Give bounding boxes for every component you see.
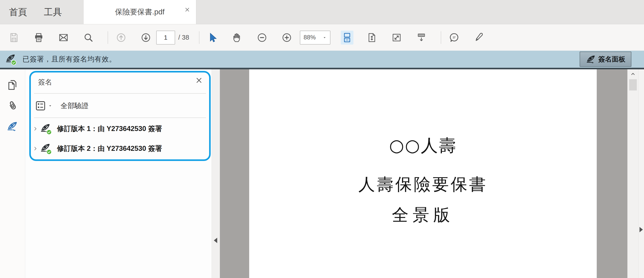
document-title-line3: 全景版 xyxy=(249,204,597,226)
scrolling-mode-button[interactable] xyxy=(341,30,354,44)
signature-valid-icon xyxy=(5,53,18,66)
zoom-in-button[interactable] xyxy=(280,30,293,44)
document-tab-title: 保險要保書.pdf xyxy=(115,7,164,17)
page-thumbnails-button[interactable] xyxy=(6,79,18,91)
comment-button[interactable] xyxy=(448,30,460,44)
arrow-down-circle-icon xyxy=(140,32,151,43)
find-button[interactable] xyxy=(82,30,94,44)
signature-valid-icon xyxy=(40,142,52,155)
signature-row-2[interactable]: 修訂版本 2：由 Y273642530 簽署 xyxy=(33,141,162,156)
chevron-up-icon xyxy=(630,71,636,77)
expand-chevron-icon[interactable] xyxy=(33,126,38,132)
attachments-button[interactable] xyxy=(6,99,18,112)
close-document-tab-icon[interactable] xyxy=(184,7,190,12)
divider xyxy=(0,68,644,69)
close-panel-icon[interactable] xyxy=(195,76,203,84)
pdf-page[interactable]: ○○人壽 人壽保險要保書 全景版 xyxy=(249,69,597,278)
panel-splitter[interactable] xyxy=(212,69,220,278)
collapse-panel-arrow-icon[interactable] xyxy=(214,238,217,243)
toolbar-separator xyxy=(441,31,441,44)
comment-bubble-icon xyxy=(449,32,460,43)
quill-icon xyxy=(586,54,596,64)
divider xyxy=(34,93,206,94)
fill-sign-button[interactable] xyxy=(473,30,485,44)
minus-circle-icon xyxy=(256,32,268,43)
pages-icon xyxy=(6,79,18,91)
acrobat-window: 首頁 工具 保險要保書.pdf 1 / 38 88% xyxy=(0,0,644,278)
validate-all-label[interactable]: 全部驗證 xyxy=(60,101,88,110)
page-scrolling-icon xyxy=(342,32,352,43)
zoom-out-button[interactable] xyxy=(256,30,268,44)
scroll-up-button[interactable] xyxy=(628,69,638,78)
signature-status-text: 已簽署，且所有簽名均有效。 xyxy=(22,54,116,64)
tab-home[interactable]: 首頁 xyxy=(7,0,29,24)
toolbar-separator xyxy=(199,31,200,44)
document-title-line1: ○○人壽 xyxy=(249,134,597,157)
print-button[interactable] xyxy=(32,30,45,44)
select-tool-button[interactable] xyxy=(206,30,219,44)
pencil-icon xyxy=(474,32,484,43)
signature-valid-icon xyxy=(40,122,52,135)
green-check-badge-icon xyxy=(11,60,17,66)
main-toolbar: 1 / 38 88% xyxy=(0,24,644,51)
validate-all-row[interactable]: 全部驗證 xyxy=(34,98,88,113)
toolbar-separator xyxy=(108,31,108,44)
fit-page-icon xyxy=(366,32,377,43)
tab-tools[interactable]: 工具 xyxy=(42,0,64,24)
signature-quill-icon xyxy=(6,120,18,132)
expand-chevron-icon[interactable] xyxy=(33,146,38,151)
signature-status-bar: 已簽署，且所有簽名均有效。 簽名面板 xyxy=(0,51,644,68)
scrollbar-thumb[interactable] xyxy=(629,79,637,90)
tools-pane-strip[interactable] xyxy=(638,69,644,278)
vertical-scrollbar[interactable] xyxy=(627,69,638,278)
chevron-down-icon xyxy=(322,35,327,40)
page-number-input[interactable]: 1 xyxy=(156,30,175,44)
plus-circle-icon xyxy=(281,32,292,43)
tab-document[interactable]: 保險要保書.pdf xyxy=(83,0,196,24)
document-title-line2: 人壽保險要保書 xyxy=(249,173,597,196)
select-arrow-icon xyxy=(207,32,218,43)
expand-tools-arrow-icon[interactable] xyxy=(640,227,643,232)
divider xyxy=(34,118,206,118)
chevron-down-icon[interactable] xyxy=(48,104,52,108)
hand-tool-button[interactable] xyxy=(231,30,244,44)
zoom-level-select[interactable]: 88% xyxy=(300,30,330,44)
save-button[interactable] xyxy=(8,30,20,44)
next-page-button[interactable] xyxy=(140,30,152,44)
green-check-badge-icon xyxy=(46,149,52,155)
email-icon xyxy=(58,32,69,43)
document-viewport[interactable]: ○○人壽 人壽保險要保書 全景版 xyxy=(220,69,627,278)
green-check-badge-icon xyxy=(46,129,52,135)
navigation-pane-strip xyxy=(0,69,25,278)
fit-width-button[interactable] xyxy=(390,30,403,44)
fit-width-icon xyxy=(391,32,402,43)
main-area: 簽名 全部驗證 修訂版本 1：由 Y273642530 簽署 xyxy=(0,69,644,278)
hand-icon xyxy=(232,32,243,43)
signatures-pane-button[interactable] xyxy=(6,120,18,132)
search-icon xyxy=(83,32,94,43)
panel-title: 簽名 xyxy=(38,78,52,87)
signature-panel-button[interactable]: 簽名面板 xyxy=(580,52,632,67)
reading-mode-icon xyxy=(416,32,427,43)
fit-one-page-button[interactable] xyxy=(366,30,378,44)
signature-row-1[interactable]: 修訂版本 1：由 Y273642530 簽署 xyxy=(33,122,162,136)
page-count-label: / 38 xyxy=(178,34,189,41)
app-tab-bar: 首頁 工具 保險要保書.pdf xyxy=(0,0,644,24)
options-list-icon[interactable] xyxy=(34,100,46,112)
previous-page-button[interactable] xyxy=(115,30,128,44)
email-button[interactable] xyxy=(57,30,70,44)
signature-panel: 簽名 全部驗證 修訂版本 1：由 Y273642530 簽署 xyxy=(25,69,212,278)
print-icon xyxy=(33,32,44,43)
save-icon xyxy=(8,32,19,43)
arrow-up-circle-icon xyxy=(116,32,126,43)
paperclip-icon xyxy=(6,99,18,112)
reading-mode-button[interactable] xyxy=(415,30,428,44)
signature-panel-highlight: 簽名 全部驗證 修訂版本 1：由 Y273642530 簽署 xyxy=(29,71,211,161)
